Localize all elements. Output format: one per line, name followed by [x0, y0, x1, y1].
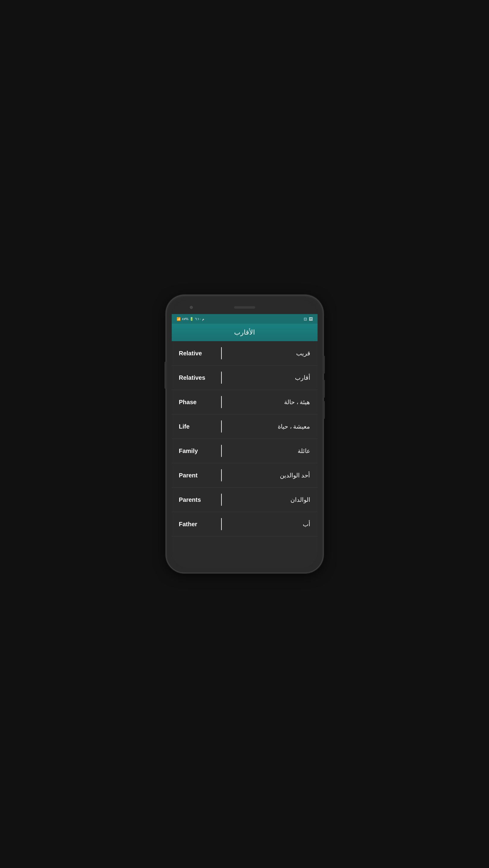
- row-divider-2: [221, 396, 222, 408]
- english-word-father: Father: [179, 521, 215, 528]
- app-bar: الأقارب: [172, 324, 318, 341]
- english-word-relatives: Relatives: [179, 374, 215, 381]
- camera-icon: [190, 306, 193, 309]
- vocab-row-parent[interactable]: Parent أحد الوالدين: [172, 463, 318, 488]
- arabic-word-parents: الوالدان: [228, 496, 310, 503]
- vocab-row-family[interactable]: Family عائلة: [172, 439, 318, 463]
- status-battery-percent: %٨٧: [182, 317, 189, 321]
- arabic-word-relatives: أقارب: [228, 374, 310, 381]
- screenshot-icon: ⊡: [304, 317, 307, 321]
- vocab-row-relative[interactable]: Relative قريب: [172, 341, 318, 366]
- row-divider-5: [221, 469, 222, 481]
- arabic-word-phase: هيئة ، حالة: [228, 398, 310, 406]
- english-word-parent: Parent: [179, 472, 215, 479]
- status-right-group: ⊡ 🖼: [304, 317, 313, 321]
- english-word-life: Life: [179, 423, 215, 430]
- phone-top-hardware: [172, 301, 318, 314]
- row-divider-6: [221, 494, 222, 506]
- row-divider-0: [221, 347, 222, 359]
- vocab-row-father[interactable]: Father أب: [172, 512, 318, 536]
- arabic-word-father: أب: [228, 521, 310, 528]
- arabic-word-life: معيشة ، حياة: [228, 423, 310, 430]
- arabic-word-parent: أحد الوالدين: [228, 472, 310, 479]
- vocab-row-life[interactable]: Life معيشة ، حياة: [172, 414, 318, 439]
- status-bar: م ٦:١٠ 🔋 %٨٧ 📶 ⊡ 🖼: [172, 314, 318, 324]
- english-word-family: Family: [179, 447, 215, 455]
- status-left-group: م ٦:١٠ 🔋 %٨٧ 📶: [176, 317, 204, 321]
- speaker-grille: [234, 306, 255, 309]
- row-divider-4: [221, 445, 222, 457]
- row-divider-3: [221, 421, 222, 433]
- image-icon: 🖼: [309, 317, 313, 321]
- row-divider-1: [221, 372, 222, 384]
- vocab-list: Relative قريب Relatives أقارب Phase هيئة…: [172, 341, 318, 567]
- vocab-row-parents[interactable]: Parents الوالدان: [172, 488, 318, 512]
- english-word-phase: Phase: [179, 399, 215, 406]
- vocab-row-phase[interactable]: Phase هيئة ، حالة: [172, 390, 318, 414]
- vocab-row-relatives[interactable]: Relatives أقارب: [172, 366, 318, 390]
- phone-device: م ٦:١٠ 🔋 %٨٧ 📶 ⊡ 🖼 الأقارب Relative قريب: [166, 296, 323, 572]
- status-time: م ٦:١٠: [195, 317, 204, 321]
- phone-screen: م ٦:١٠ 🔋 %٨٧ 📶 ⊡ 🖼 الأقارب Relative قريب: [172, 301, 318, 567]
- app-title: الأقارب: [178, 329, 312, 336]
- english-word-parents: Parents: [179, 496, 215, 503]
- status-battery-icon: 🔋: [190, 317, 194, 321]
- row-divider-7: [221, 518, 222, 530]
- arabic-word-family: عائلة: [228, 447, 310, 455]
- english-word-relative: Relative: [179, 350, 215, 357]
- arabic-word-relative: قريب: [228, 350, 310, 357]
- status-signal-icon: 📶: [176, 317, 181, 321]
